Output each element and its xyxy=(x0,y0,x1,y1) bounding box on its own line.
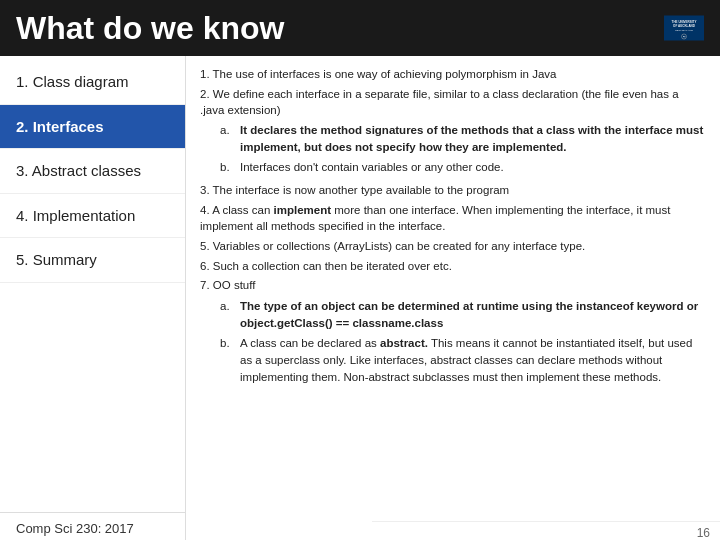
sub-a2-text: The type of an object can be determined … xyxy=(240,298,706,331)
item-2-num: 2. xyxy=(200,88,213,100)
item-1-num: 1. xyxy=(200,68,213,80)
sidebar-footer: Comp Sci 230: 2017 xyxy=(0,512,185,540)
sidebar-item-summary[interactable]: 5. Summary xyxy=(0,238,185,283)
item-3-text: The interface is now another type availa… xyxy=(213,184,510,196)
sub-item-a: a. It declares the method signatures of … xyxy=(220,122,706,155)
item-6-text: Such a collection can then be iterated o… xyxy=(213,260,452,272)
header: What do we know THE UNIVERSITY OF AUCKLA… xyxy=(0,0,720,56)
sub-item-a2: a. The type of an object can be determin… xyxy=(220,298,706,331)
main-wrapper: 1. The use of interfaces is one way of a… xyxy=(186,56,720,540)
content-area: 1. The use of interfaces is one way of a… xyxy=(186,56,720,540)
university-logo: THE UNIVERSITY OF AUCKLAND NEW ZEALAND 🛡 xyxy=(664,8,704,48)
sub-b2-bold: abstract. xyxy=(380,337,428,349)
item-4-text-pre: A class can implement more than one inte… xyxy=(200,204,670,233)
sub-item-b: b. Interfaces don't contain variables or… xyxy=(220,159,706,176)
sub-list-ab: a. It declares the method signatures of … xyxy=(200,122,706,176)
page-title: What do we know xyxy=(16,10,284,47)
logo-area: THE UNIVERSITY OF AUCKLAND NEW ZEALAND 🛡 xyxy=(664,8,704,48)
main-list-2: 3. The interface is now another type ava… xyxy=(200,182,706,294)
item-4-num: 4. xyxy=(200,204,212,216)
item-4-bold: implement xyxy=(274,204,332,216)
item-3-num: 3. xyxy=(200,184,213,196)
item-7-num: 7. xyxy=(200,279,213,291)
sub-a-text: It declares the method signatures of the… xyxy=(240,122,706,155)
sub-a-bold: It declares the method signatures of the… xyxy=(240,124,703,153)
item-1-text: The use of interfaces is one way of achi… xyxy=(213,68,557,80)
item-6-num: 6. xyxy=(200,260,213,272)
sub-item-b2: b. A class can be declared as abstract. … xyxy=(220,335,706,385)
main-list: 1. The use of interfaces is one way of a… xyxy=(200,66,706,119)
list-item-7: 7. OO stuff xyxy=(200,277,706,294)
item-7-text: OO stuff xyxy=(213,279,256,291)
list-item-4: 4. A class can implement more than one i… xyxy=(200,202,706,235)
svg-text:OF AUCKLAND: OF AUCKLAND xyxy=(673,24,696,28)
item-5-num: 5. xyxy=(200,240,213,252)
svg-text:THE UNIVERSITY: THE UNIVERSITY xyxy=(672,20,697,24)
sidebar-item-interfaces[interactable]: 2. Interfaces xyxy=(0,105,185,150)
svg-text:🛡: 🛡 xyxy=(683,35,686,39)
sidebar-item-implementation[interactable]: 4. Implementation xyxy=(0,194,185,239)
list-item-1: 1. The use of interfaces is one way of a… xyxy=(200,66,706,83)
sub-b-text: Interfaces don't contain variables or an… xyxy=(240,159,504,176)
sub-a-label: a. xyxy=(220,122,234,155)
list-item-3: 3. The interface is now another type ava… xyxy=(200,182,706,199)
sidebar-item-abstract-classes[interactable]: 3. Abstract classes xyxy=(0,149,185,194)
sub-b-label: b. xyxy=(220,159,234,176)
sub-b2-pre: A class can be declared as xyxy=(240,337,380,349)
page-number: 16 xyxy=(697,526,710,540)
sidebar: 1. Class diagram 2. Interfaces 3. Abstra… xyxy=(0,56,186,540)
list-item-6: 6. Such a collection can then be iterate… xyxy=(200,258,706,275)
bottom-bar: 16 xyxy=(372,521,720,540)
main-content: 1. Class diagram 2. Interfaces 3. Abstra… xyxy=(0,56,720,540)
sub-list-ab2: a. The type of an object can be determin… xyxy=(200,298,706,385)
sub-a2-label: a. xyxy=(220,298,234,331)
sub-b2-label: b. xyxy=(220,335,234,385)
item-2-text: We define each interface in a separate f… xyxy=(200,88,679,117)
svg-text:NEW ZEALAND: NEW ZEALAND xyxy=(675,29,693,32)
list-item-5: 5. Variables or collections (ArrayLists)… xyxy=(200,238,706,255)
sub-b2-text: A class can be declared as abstract. Thi… xyxy=(240,335,706,385)
item-5-text: Variables or collections (ArrayLists) ca… xyxy=(213,240,585,252)
sidebar-item-class-diagram[interactable]: 1. Class diagram xyxy=(0,60,185,105)
list-item-2: 2. We define each interface in a separat… xyxy=(200,86,706,119)
